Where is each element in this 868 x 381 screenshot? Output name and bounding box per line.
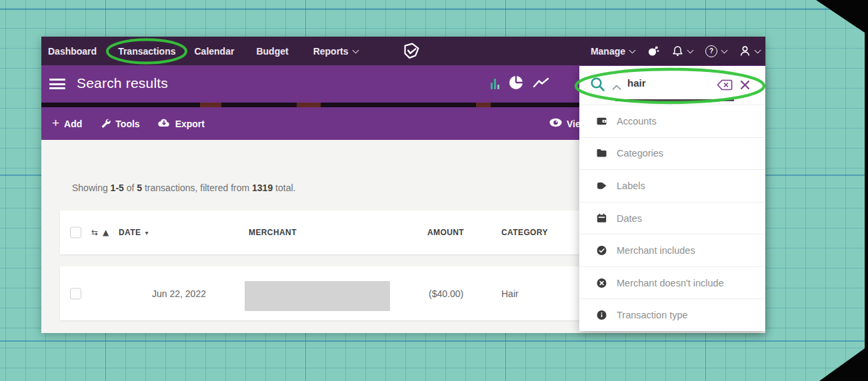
info-circle-icon [597,310,607,320]
chevron-down-icon [629,47,636,53]
chevron-up-icon[interactable] [612,81,621,93]
notifications-bell-icon[interactable] [672,45,693,57]
transfer-icon[interactable]: ⇆ [91,228,98,237]
eye-icon [549,117,563,130]
navbar-right-group: Manage [591,37,760,65]
transaction-date: Jun 22, 2022 [152,288,206,299]
filter-item-transaction-type[interactable]: Transaction type [579,298,765,331]
export-label: Export [175,119,205,129]
input-underline [615,99,734,101]
filter-item-merchant-includes[interactable]: Merchant includes [579,234,765,266]
filter-item-merchant-doesnt-include[interactable]: Merchant doesn't include [579,266,765,299]
filter-item-accounts[interactable]: Accounts [579,105,765,137]
merchant-redacted-box [245,281,390,311]
brand-logo-icon[interactable] [402,42,420,63]
hamburger-menu-icon[interactable] [49,79,65,89]
cloud-export-icon [157,118,171,130]
timeline-segment [297,103,321,107]
add-label: Add [64,119,82,129]
column-header-date[interactable]: DATE▾ [119,228,149,237]
column-header-category[interactable]: CATEGORY [501,228,548,237]
nav-budget[interactable]: Budget [256,46,288,57]
wallet-icon [597,116,607,127]
pie-chart-icon[interactable] [508,75,524,93]
folder-icon [597,148,607,159]
export-button[interactable]: Export [157,118,205,130]
nav-dashboard[interactable]: Dashboard [48,46,97,57]
page-title: Search results [77,75,168,91]
results-summary: Showing 1-5 of 5 transactions, filtered … [72,183,295,193]
tag-icon [597,181,607,191]
user-account-icon[interactable] [739,45,760,57]
sort-caret-icon: ▾ [145,229,148,236]
x-circle-icon [597,278,607,288]
check-circle-icon [597,245,607,256]
add-button[interactable]: + Add [52,119,82,129]
nav-transactions[interactable]: Transactions [118,46,175,57]
top-navbar: Dashboard Transactions Calendar Budget R… [41,37,765,65]
tools-button[interactable]: Tools [101,118,139,130]
view-toggle-icons [491,75,549,93]
transaction-amount: ($40.00) [429,288,463,299]
row-checkbox[interactable] [70,288,81,299]
screenshot-stage: Dashboard Transactions Calendar Budget R… [0,0,868,381]
help-icon[interactable]: ? [705,45,727,57]
warning-triangle-icon[interactable]: ▲ [103,228,109,237]
filter-item-labels[interactable]: Labels [579,169,765,202]
nav-manage-label: Manage [591,46,625,57]
plus-icon: + [52,119,59,128]
wrench-icon [101,118,111,130]
nav-reports-label: Reports [313,46,349,57]
column-header-merchant[interactable]: MERCHANT [249,228,297,237]
nav-reports[interactable]: Reports [313,46,358,57]
timeline-segment [476,103,491,107]
filter-item-dates[interactable]: Dates [579,202,765,234]
filter-item-categories[interactable]: Categories [579,137,765,170]
chevron-down-icon [687,47,694,53]
chevron-down-icon [721,47,728,53]
chevron-down-icon [755,47,761,53]
timeline-segment [200,103,221,107]
calendar-icon [597,213,607,224]
transaction-category: Hair [501,288,519,299]
chevron-down-icon [352,47,359,53]
question-mark-icon: ? [705,45,717,57]
column-header-amount[interactable]: AMOUNT [427,228,464,237]
search-icon[interactable] [589,76,607,97]
tools-label: Tools [115,119,139,129]
nav-calendar[interactable]: Calendar [195,46,235,57]
bar-chart-icon[interactable] [491,79,499,89]
assistant-icon[interactable] [647,45,659,57]
select-all-checkbox[interactable] [70,227,81,238]
search-dropdown-panel: Accounts Categories Labels [579,66,765,331]
nav-manage[interactable]: Manage [591,46,635,57]
search-input[interactable] [626,77,712,89]
search-bar [579,66,765,105]
line-chart-icon[interactable] [533,77,549,92]
backspace-icon[interactable] [717,79,733,93]
close-icon[interactable] [740,80,750,93]
main-nav: Dashboard Transactions Calendar Budget R… [41,46,358,57]
